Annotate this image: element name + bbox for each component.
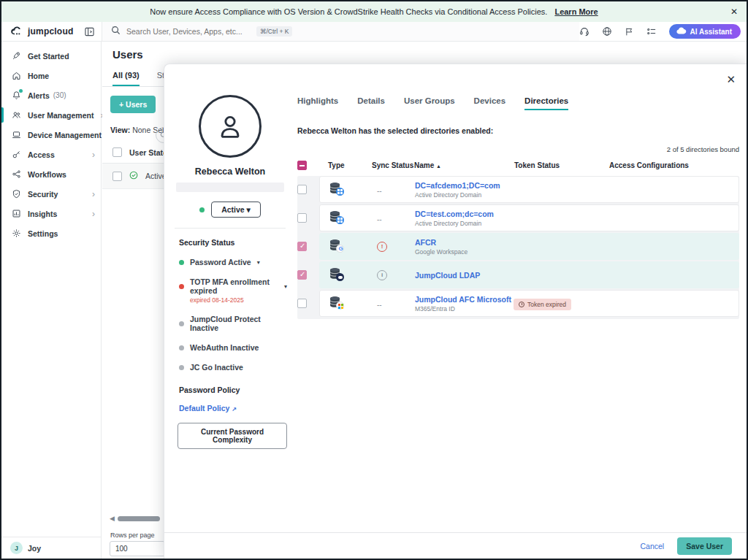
save-user-button[interactable]: Save User — [677, 537, 732, 555]
select-all-directories-checkbox[interactable] — [297, 161, 307, 170]
sidebar-item-label: Home — [28, 72, 49, 80]
directory-provider-badge — [336, 302, 344, 310]
security-status-item[interactable]: TOTP MFA enrollment expired ▾ — [179, 277, 287, 295]
search-icon — [111, 25, 121, 38]
row-checkbox[interactable] — [112, 172, 122, 181]
detail-tab-devices[interactable]: Devices — [474, 96, 505, 110]
detail-tab-user-groups[interactable]: User Groups — [404, 96, 455, 110]
column-type[interactable]: Type — [319, 161, 372, 169]
directory-checkbox[interactable] — [297, 213, 307, 223]
top-header: jumpcloud ⌘/Ctrl + K AI Assistant — [1, 22, 747, 42]
directory-checkbox[interactable] — [297, 185, 307, 194]
users-tab-all[interactable]: All (93) — [112, 71, 140, 86]
security-status-item[interactable]: WebAuthn Inactive — [179, 343, 287, 352]
notification-dot — [19, 89, 23, 93]
sidebar-item-user-management[interactable]: User Management › — [1, 105, 101, 125]
token-status-badge: Token expired — [514, 299, 571, 310]
directory-name-link[interactable]: AFCR — [415, 238, 514, 247]
directory-row[interactable]: JumpCloud AFC Microsoft M365/Entra ID To… — [297, 290, 739, 317]
default-policy-link[interactable]: Default Policy ↗ — [179, 404, 237, 413]
sidebar-item-icon — [12, 189, 21, 199]
directory-row[interactable]: DC=afcdemo1;DC=com Active Directory Doma… — [297, 176, 739, 203]
ai-assistant-button[interactable]: AI Assistant — [669, 24, 741, 39]
rows-per-page-input[interactable] — [110, 541, 165, 556]
password-complexity-button[interactable]: Current Password Complexity — [178, 423, 287, 449]
cancel-button[interactable]: Cancel — [641, 542, 665, 551]
security-status-item[interactable]: JC Go Inactive — [179, 363, 287, 372]
sidebar-item-insights[interactable]: Insights › — [1, 204, 101, 223]
directory-row[interactable]: DC=test.com;dc=com Active Directory Doma… — [297, 204, 739, 231]
column-name[interactable]: Name ▲ — [414, 161, 514, 169]
status-dot — [179, 284, 184, 289]
external-link-icon: ↗ — [232, 406, 237, 413]
sidebar-item-icon — [12, 150, 21, 159]
horizontal-scrollbar[interactable]: ◀ — [110, 515, 160, 522]
sidebar-item-security[interactable]: Security › — [1, 184, 101, 204]
status-dot — [179, 365, 184, 370]
sidebar-item-settings[interactable]: Settings — [1, 223, 101, 243]
account-menu[interactable]: J Joy — [1, 537, 101, 559]
bound-summary: 2 of 5 directories bound — [297, 145, 739, 153]
sidebar-item-workflows[interactable]: Workflows — [1, 164, 101, 184]
user-name: Rebecca Welton — [173, 166, 287, 177]
sync-status-icon — [377, 242, 387, 252]
user-state-column[interactable]: User State — [129, 148, 167, 157]
column-token-status[interactable]: Token Status — [514, 161, 609, 169]
sidebar-item-alerts[interactable]: Alerts (30) — [1, 85, 101, 105]
sidebar-item-icon — [12, 91, 21, 100]
support-headset-icon[interactable] — [579, 26, 589, 37]
sidebar-item-label: Device Management — [28, 131, 102, 139]
directory-type-icon — [329, 182, 341, 194]
detail-tab-label: Directories — [524, 96, 568, 105]
chevron-right-icon: › — [92, 190, 95, 199]
detail-tab-label: Details — [357, 96, 385, 105]
task-list-icon[interactable] — [646, 27, 657, 36]
global-search[interactable]: ⌘/Ctrl + K — [102, 22, 579, 41]
detail-tab-details[interactable]: Details — [357, 96, 385, 110]
directory-row[interactable]: AFCR Google Workspace — [297, 233, 739, 260]
sync-status-icon — [377, 183, 382, 196]
globe-icon[interactable] — [602, 26, 612, 37]
directory-checkbox[interactable] — [297, 299, 307, 308]
directory-name-link[interactable]: JumpCloud AFC Microsoft — [415, 295, 514, 304]
scroll-left-icon[interactable]: ◀ — [110, 515, 115, 522]
security-status-label: WebAuthn Inactive — [190, 343, 259, 352]
sidebar-item-icon — [12, 169, 21, 179]
sidebar-collapse-icon[interactable] — [85, 27, 94, 37]
scrollbar-thumb[interactable] — [118, 516, 160, 521]
directory-name-link[interactable]: DC=afcdemo1;DC=com — [415, 181, 514, 190]
sidebar-item-icon — [12, 130, 21, 139]
select-all-checkbox[interactable] — [112, 147, 122, 157]
directory-type-icon — [329, 296, 341, 308]
rows-per-page-label: Rows per page — [110, 532, 155, 539]
security-status-item[interactable]: JumpCloud Protect Inactive — [179, 315, 287, 332]
sidebar-item-get-started[interactable]: Get Started — [1, 46, 101, 66]
directory-checkbox[interactable] — [297, 270, 307, 280]
security-status-title: Security Status — [179, 238, 287, 247]
sidebar-item-home[interactable]: Home — [1, 66, 101, 85]
security-status-item[interactable]: Password Active ▾ — [179, 258, 287, 266]
banner-close-icon[interactable]: ✕ — [730, 7, 738, 17]
detail-tab-highlights[interactable]: Highlights — [297, 96, 338, 110]
sidebar-item-device-management[interactable]: Device Management › — [1, 125, 101, 145]
directory-checkbox[interactable] — [297, 242, 307, 251]
sidebar-item-access[interactable]: Access › — [1, 145, 101, 164]
directory-name-link[interactable]: JumpCloud LDAP — [415, 271, 514, 280]
column-access-configurations[interactable]: Access Configurations — [609, 161, 739, 169]
user-state-dropdown[interactable]: Active ▾ — [211, 202, 261, 218]
directory-row[interactable]: JumpCloud LDAP — [297, 261, 739, 288]
ai-cloud-icon — [676, 27, 687, 36]
detail-tab-directories[interactable]: Directories — [524, 96, 568, 110]
sidebar-item-label: Insights — [28, 210, 57, 218]
banner-text: Now ensure Access Compliance with OS Ver… — [150, 7, 547, 16]
profile-column: Rebecca Welton Active ▾ Security Status … — [164, 64, 297, 532]
sidebar-item-label: Alerts — [28, 91, 50, 100]
directory-name-link[interactable]: DC=test.com;dc=com — [415, 210, 514, 218]
learn-more-link[interactable]: Learn More — [554, 7, 598, 16]
keyboard-shortcut-badge: ⌘/Ctrl + K — [256, 26, 292, 37]
column-sync-status[interactable]: Sync Status — [372, 161, 414, 169]
add-users-button[interactable]: + Users — [110, 96, 156, 113]
search-input[interactable] — [126, 27, 251, 36]
sidebar-item-icon — [12, 209, 21, 218]
flag-icon[interactable] — [625, 27, 634, 37]
